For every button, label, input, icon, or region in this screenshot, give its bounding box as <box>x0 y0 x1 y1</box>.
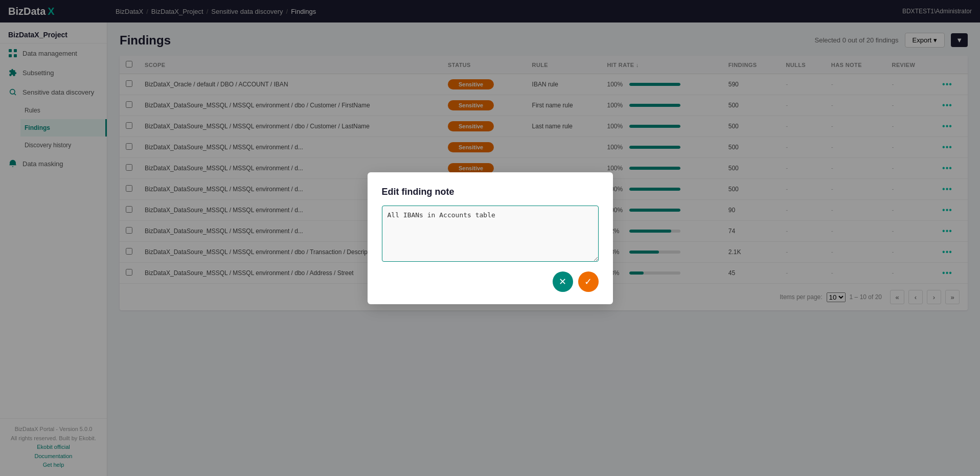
modal-cancel-button[interactable]: ✕ <box>553 271 573 292</box>
confirm-icon: ✓ <box>584 276 592 287</box>
modal-overlay[interactable]: Edit finding note ✕ ✓ <box>0 0 980 476</box>
modal-actions: ✕ ✓ <box>382 271 599 292</box>
modal-confirm-button[interactable]: ✓ <box>578 271 599 292</box>
modal-title: Edit finding note <box>382 187 599 197</box>
note-textarea[interactable] <box>382 206 599 262</box>
edit-note-modal: Edit finding note ✕ ✓ <box>368 172 613 304</box>
cancel-icon: ✕ <box>559 276 566 287</box>
